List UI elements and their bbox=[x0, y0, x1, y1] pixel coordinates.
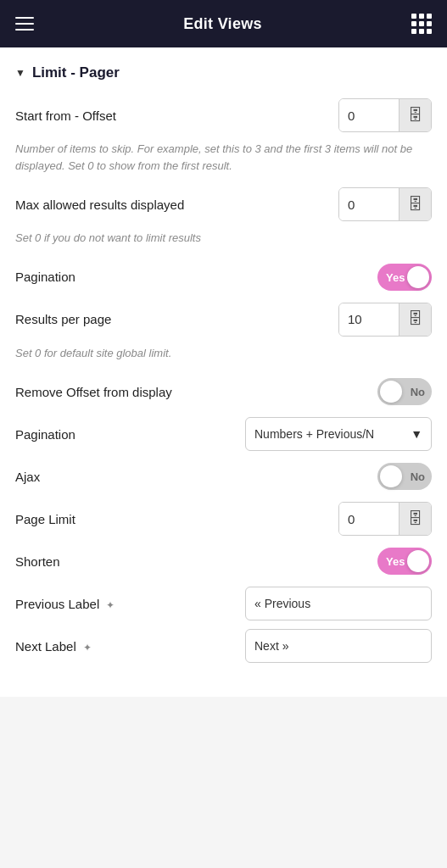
max-results-row: Max allowed results displayed 🗄 bbox=[15, 187, 432, 221]
apps-grid-icon[interactable] bbox=[411, 14, 432, 34]
page-limit-input-wrap: 🗄 bbox=[338, 502, 432, 536]
max-results-hint: Set 0 if you do not want to limit result… bbox=[15, 230, 432, 247]
start-from-offset-input[interactable] bbox=[339, 99, 399, 131]
ajax-label: Ajax bbox=[15, 470, 40, 484]
shorten-toggle-wrap: Yes bbox=[377, 548, 432, 575]
shorten-toggle-knob bbox=[407, 550, 429, 572]
ajax-toggle-knob bbox=[380, 465, 402, 487]
remove-offset-toggle-knob bbox=[380, 381, 402, 403]
database-icon: 🗄 bbox=[408, 107, 423, 125]
main-content: ▼ Limit - Pager Start from - Offset 🗄 Nu… bbox=[0, 47, 447, 697]
page-title: Edit Views bbox=[183, 15, 262, 33]
pagination-toggle-knob bbox=[407, 266, 429, 288]
next-label-input[interactable] bbox=[245, 629, 432, 663]
ajax-toggle-no-label: No bbox=[411, 470, 425, 483]
shorten-toggle-yes-label: Yes bbox=[386, 555, 405, 568]
previous-label-input-wrap bbox=[245, 587, 432, 620]
shorten-toggle[interactable]: Yes bbox=[377, 548, 432, 575]
next-label-label: Next Label ✦ bbox=[15, 639, 92, 654]
results-per-page-label: Results per page bbox=[15, 312, 111, 326]
next-label-icon: ✦ bbox=[83, 642, 92, 654]
pagination-type-dropdown-arrow: ▼ bbox=[411, 427, 422, 441]
pagination-type-value: Numbers + Previous/N bbox=[254, 427, 374, 441]
pagination-toggle[interactable]: Yes bbox=[377, 264, 432, 291]
remove-offset-row: Remove Offset from display No bbox=[15, 375, 432, 409]
next-label-input-wrap bbox=[245, 629, 432, 663]
remove-offset-label: Remove Offset from display bbox=[15, 385, 172, 399]
results-per-page-db-button[interactable]: 🗄 bbox=[399, 303, 431, 336]
start-from-offset-db-button[interactable]: 🗄 bbox=[399, 99, 431, 131]
section-collapse-arrow[interactable]: ▼ bbox=[15, 67, 25, 79]
database-icon: 🗄 bbox=[408, 196, 423, 214]
start-from-offset-input-wrap: 🗄 bbox=[338, 98, 432, 132]
page-limit-db-button[interactable]: 🗄 bbox=[399, 503, 431, 535]
ajax-toggle-wrap: No bbox=[377, 463, 432, 490]
page-limit-row: Page Limit 🗄 bbox=[15, 502, 432, 536]
page-limit-input[interactable] bbox=[339, 503, 399, 535]
hamburger-icon[interactable] bbox=[15, 17, 34, 31]
pagination-toggle-row: Pagination Yes bbox=[15, 260, 432, 294]
previous-label-label: Previous Label ✦ bbox=[15, 597, 115, 611]
previous-label-icon: ✦ bbox=[106, 599, 115, 611]
pagination-type-row: Pagination Numbers + Previous/N ▼ bbox=[15, 417, 432, 451]
pagination-type-label: Pagination bbox=[15, 427, 75, 442]
database-icon: 🗄 bbox=[408, 310, 423, 328]
section-title: Limit - Pager bbox=[32, 64, 120, 81]
section-header: ▼ Limit - Pager bbox=[15, 64, 432, 81]
database-icon: 🗄 bbox=[408, 510, 423, 528]
max-results-input[interactable] bbox=[339, 188, 399, 220]
app-header: Edit Views bbox=[0, 0, 447, 47]
start-from-offset-row: Start from - Offset 🗄 bbox=[15, 98, 432, 132]
shorten-label: Shorten bbox=[15, 554, 60, 569]
remove-offset-toggle[interactable]: No bbox=[377, 378, 432, 405]
shorten-row: Shorten Yes bbox=[15, 544, 432, 578]
remove-offset-toggle-wrap: No bbox=[377, 378, 432, 405]
max-results-db-button[interactable]: 🗄 bbox=[399, 188, 431, 220]
ajax-row: Ajax No bbox=[15, 459, 432, 493]
remove-offset-toggle-no-label: No bbox=[411, 386, 425, 398]
max-results-input-wrap: 🗄 bbox=[338, 187, 432, 221]
pagination-toggle-yes-label: Yes bbox=[386, 270, 405, 283]
max-results-label: Max allowed results displayed bbox=[15, 198, 184, 212]
previous-label-row: Previous Label ✦ bbox=[15, 587, 432, 620]
pagination-toggle-wrap: Yes bbox=[377, 264, 432, 291]
next-label-row: Next Label ✦ bbox=[15, 629, 432, 663]
page-limit-label: Page Limit bbox=[15, 512, 75, 526]
results-per-page-hint: Set 0 for default site global limit. bbox=[15, 345, 432, 362]
previous-label-input[interactable] bbox=[245, 587, 432, 620]
ajax-toggle[interactable]: No bbox=[377, 463, 432, 490]
results-per-page-input-wrap: 🗄 bbox=[338, 303, 432, 337]
start-from-offset-hint: Number of items to skip. For example, se… bbox=[15, 141, 432, 174]
results-per-page-row: Results per page 🗄 bbox=[15, 303, 432, 337]
start-from-offset-label: Start from - Offset bbox=[15, 108, 116, 123]
pagination-toggle-label: Pagination bbox=[15, 270, 75, 284]
pagination-type-dropdown[interactable]: Numbers + Previous/N ▼ bbox=[245, 417, 432, 451]
results-per-page-input[interactable] bbox=[339, 303, 399, 336]
